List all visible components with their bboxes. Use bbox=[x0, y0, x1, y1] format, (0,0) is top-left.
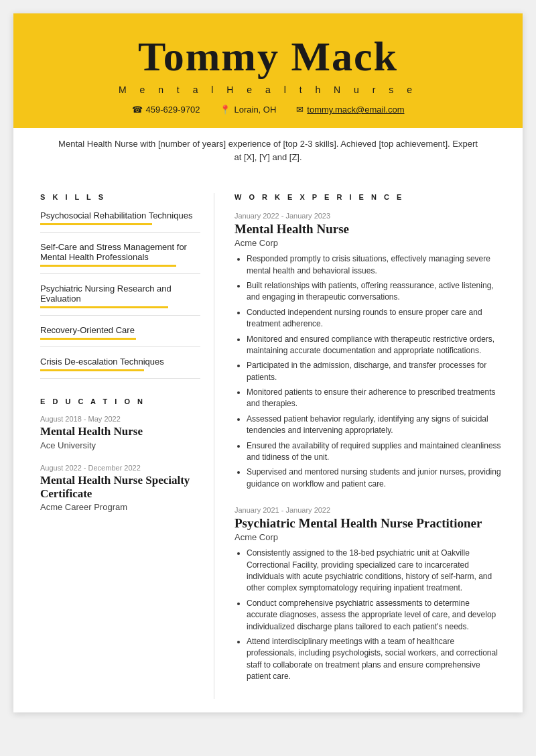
bullet-1-7: Assessed patient behavior regularly, ide… bbox=[247, 414, 503, 437]
skill-bar-2 bbox=[40, 265, 176, 267]
skill-3: Psychiatric Nursing Research and Evaluat… bbox=[40, 284, 200, 316]
bullet-1-1: Responded promptly to crisis situations,… bbox=[247, 253, 503, 277]
summary-text: Mental Health Nurse with [number of year… bbox=[58, 139, 478, 162]
work-date-2: January 2021 - January 2022 bbox=[234, 506, 503, 514]
education-section-title: E D U C A T I O N bbox=[40, 397, 200, 405]
work-section-title: W O R K E X P E R I E N C E bbox=[234, 193, 503, 201]
edu-entry-2: August 2022 - December 2022 Mental Healt… bbox=[40, 464, 200, 513]
skill-divider-5 bbox=[40, 378, 200, 379]
work-bullets-2: Consistently assigned to the 18-bed psyc… bbox=[234, 548, 503, 682]
bullet-1-4: Monitored and ensured compliance with th… bbox=[247, 334, 503, 357]
work-date-1: January 2022 - January 2023 bbox=[234, 212, 503, 220]
email-contact: ✉ tommy.mack@email.com bbox=[296, 105, 404, 115]
body-section: S K I L L S Psychosocial Rehabilitation … bbox=[13, 173, 523, 712]
location-icon: 📍 bbox=[220, 105, 230, 115]
resume-container: Tommy Mack M e n t a l H e a l t h N u r… bbox=[13, 13, 523, 712]
candidate-name: Tommy Mack bbox=[40, 34, 496, 79]
skill-1: Psychosocial Rehabilitation Techniques bbox=[40, 210, 200, 233]
bullet-2-3: Attend interdisciplinary meetings with a… bbox=[247, 636, 503, 683]
skill-bar-5 bbox=[40, 369, 144, 371]
location-text: Lorain, OH bbox=[234, 105, 276, 115]
work-title-2: Psychiatric Mental Health Nurse Practiti… bbox=[234, 516, 503, 531]
work-company-2: Acme Corp bbox=[234, 532, 503, 542]
candidate-title: M e n t a l H e a l t h N u r s e bbox=[40, 84, 496, 95]
work-bullets-1: Responded promptly to crisis situations,… bbox=[234, 253, 503, 490]
work-entry-1: January 2022 - January 2023 Mental Healt… bbox=[234, 212, 503, 490]
edu-date-2: August 2022 - December 2022 bbox=[40, 464, 200, 472]
edu-degree-1: Mental Health Nurse bbox=[40, 425, 200, 438]
bullet-1-8: Ensured the availability of required sup… bbox=[247, 440, 503, 464]
work-company-1: Acme Corp bbox=[234, 238, 503, 248]
summary-section: Mental Health Nurse with [number of year… bbox=[13, 128, 523, 173]
bullet-1-2: Built relationships with patients, offer… bbox=[247, 280, 503, 304]
bullet-2-2: Conduct comprehensive psychiatric assess… bbox=[247, 598, 503, 633]
phone-number: 459-629-9702 bbox=[146, 105, 200, 115]
phone-contact: ☎ 459-629-9702 bbox=[132, 105, 200, 115]
email-address: tommy.mack@email.com bbox=[307, 105, 404, 115]
phone-icon: ☎ bbox=[132, 105, 143, 115]
skills-section-title: S K I L L S bbox=[40, 193, 200, 201]
skill-divider-1 bbox=[40, 232, 200, 233]
edu-degree-2: Mental Health Nurse Specialty Certificat… bbox=[40, 474, 200, 501]
bullet-1-3: Conducted independent nursing rounds to … bbox=[247, 307, 503, 330]
skills-section: S K I L L S Psychosocial Rehabilitation … bbox=[40, 193, 200, 379]
skill-4: Recovery-Oriented Care bbox=[40, 325, 200, 347]
edu-entry-1: August 2018 - May 2022 Mental Health Nur… bbox=[40, 415, 200, 450]
skill-divider-4 bbox=[40, 346, 200, 347]
bullet-1-6: Monitored patients to ensure their adher… bbox=[247, 387, 503, 410]
work-entry-2: January 2021 - January 2022 Psychiatric … bbox=[234, 506, 503, 682]
email-icon: ✉ bbox=[296, 105, 304, 115]
location-contact: 📍 Lorain, OH bbox=[220, 105, 276, 115]
left-column: S K I L L S Psychosocial Rehabilitation … bbox=[13, 193, 214, 698]
skill-bar-4 bbox=[40, 338, 136, 340]
right-column: W O R K E X P E R I E N C E January 2022… bbox=[214, 193, 523, 698]
education-section: E D U C A T I O N August 2018 - May 2022… bbox=[40, 397, 200, 512]
header-section: Tommy Mack M e n t a l H e a l t h N u r… bbox=[13, 13, 523, 128]
edu-school-2: Acme Career Program bbox=[40, 502, 200, 512]
skill-5: Crisis De-escalation Techniques bbox=[40, 357, 200, 379]
skill-2: Self-Care and Stress Management for Ment… bbox=[40, 242, 200, 274]
bullet-1-5: Participated in the admission, discharge… bbox=[247, 360, 503, 383]
work-title-1: Mental Health Nurse bbox=[234, 222, 503, 237]
skill-divider-3 bbox=[40, 315, 200, 316]
skill-bar-1 bbox=[40, 223, 152, 225]
bullet-1-9: Supervised and mentored nursing students… bbox=[247, 466, 503, 490]
skill-bar-3 bbox=[40, 306, 168, 308]
contact-bar: ☎ 459-629-9702 📍 Lorain, OH ✉ tommy.mack… bbox=[40, 105, 496, 115]
bullet-2-1: Consistently assigned to the 18-bed psyc… bbox=[247, 548, 503, 594]
edu-school-1: Ace University bbox=[40, 440, 200, 450]
skill-divider-2 bbox=[40, 273, 200, 274]
edu-date-1: August 2018 - May 2022 bbox=[40, 415, 200, 423]
